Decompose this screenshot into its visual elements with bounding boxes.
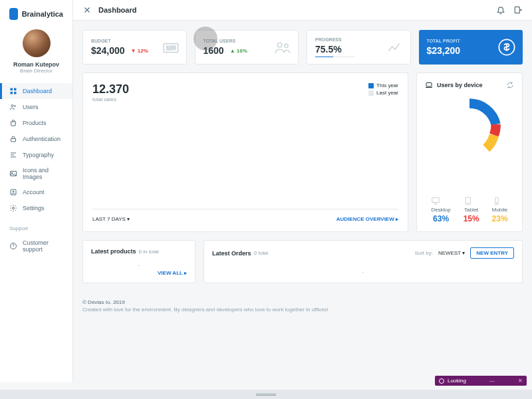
sidebar-item-users[interactable]: Users — [0, 99, 72, 115]
nav-section-support: Support — [0, 216, 72, 235]
svg-point-22 — [467, 203, 468, 203]
sidebar-item-label: Typography — [23, 152, 54, 158]
sidebar: Brainalytica Roman Kutepov Brain Directo… — [0, 0, 73, 382]
stat-pct: ▲ 16% — [228, 47, 249, 55]
dollar-icon — [497, 38, 516, 57]
sidebar-item-customer-support[interactable]: Customer support — [0, 235, 72, 257]
devtools-status[interactable]: Looking — ✕ — [435, 376, 527, 382]
svg-text:100: 100 — [166, 45, 176, 51]
progress-bar — [315, 57, 355, 57]
svg-point-24 — [496, 203, 497, 203]
close-icon[interactable] — [82, 5, 92, 15]
donut-chart — [433, 94, 506, 154]
tablet-icon — [464, 196, 479, 205]
users-icon — [9, 103, 17, 111]
bell-icon[interactable] — [496, 5, 505, 15]
legend-swatch — [368, 90, 374, 96]
svg-rect-19 — [426, 83, 432, 87]
avatar[interactable] — [23, 29, 51, 57]
dashboard-icon — [9, 87, 17, 95]
view-all-link[interactable]: VIEW ALL ▸ — [158, 270, 187, 276]
device-stat-desktop: Desktop 63% — [431, 196, 450, 223]
sidebar-item-label: Icons and Images — [23, 167, 63, 180]
sort-label: Sort by: — [414, 250, 433, 256]
chart-icon — [386, 39, 404, 56]
laptop-icon — [425, 81, 433, 89]
orders-header: Latest Orders0 total Sort by: NEWEST ▾ N… — [212, 247, 514, 259]
sidebar-item-label: Customer support — [23, 239, 63, 253]
empty-indicator: - — [212, 268, 514, 275]
orders-count: 0 total — [254, 250, 269, 256]
row-charts: 12.370 total sales This year Last year L… — [82, 72, 523, 232]
latest-orders-card: Latest Orders0 total Sort by: NEWEST ▾ N… — [203, 240, 523, 283]
help-icon — [9, 242, 17, 250]
sidebar-item-typography[interactable]: Typography — [0, 147, 72, 163]
svg-point-4 — [11, 105, 13, 107]
close-icon[interactable]: ✕ — [518, 378, 523, 382]
row-lists: Latest products0 in total - VIEW ALL ▸ L… — [82, 240, 523, 283]
sidebar-item-label: Account — [23, 189, 45, 196]
desktop-icon — [431, 196, 450, 205]
sidebar-item-label: Products — [23, 120, 47, 126]
footer-tagline: Created with love for the environment. B… — [82, 307, 523, 313]
brand-icon — [9, 8, 18, 20]
chart-range-selector[interactable]: LAST 7 DAYS ▾ — [92, 216, 130, 222]
topbar-right — [496, 5, 523, 15]
sidebar-item-label: Users — [23, 104, 39, 110]
sidebar-item-authentication[interactable]: Authentication — [0, 131, 72, 147]
devices-card: Users by device Desktop — [416, 72, 523, 232]
status-label: Looking — [448, 378, 466, 382]
status-dot-icon — [439, 378, 444, 383]
stat-cards: BUDGET $24,000▼ 12% 100 TOTAL USERS 1600… — [82, 30, 523, 65]
orders-title: Latest Orders — [212, 250, 251, 257]
sidebar-item-label: Settings — [23, 205, 45, 211]
account-icon — [9, 188, 17, 196]
svg-rect-13 — [515, 7, 519, 13]
device-stat-tablet: Tablet 15% — [464, 196, 479, 223]
sales-sub: total sales — [92, 96, 398, 102]
svg-rect-2 — [11, 92, 13, 94]
brand[interactable]: Brainalytica — [0, 8, 72, 29]
device-stats: Desktop 63% Tablet 15% Mobile 23% — [425, 196, 514, 223]
sidebar-item-label: Authentication — [23, 136, 61, 142]
people-icon — [274, 39, 291, 56]
stat-card-users: TOTAL USERS 1600▲ 16% — [195, 30, 299, 65]
sidebar-item-account[interactable]: Account — [0, 184, 72, 200]
sidebar-item-label: Dashboard — [23, 88, 52, 94]
sidebar-item-dashboard[interactable]: Dashboard — [0, 83, 72, 99]
sidebar-item-products[interactable]: Products — [0, 115, 72, 131]
svg-point-10 — [13, 191, 14, 192]
new-entry-button[interactable]: NEW ENTRY — [470, 247, 514, 259]
orders-controls: Sort by: NEWEST ▾ NEW ENTRY — [414, 247, 514, 259]
refresh-icon[interactable] — [506, 81, 514, 89]
sales-chart-card: 12.370 total sales This year Last year L… — [82, 72, 408, 232]
sidebar-item-settings[interactable]: Settings — [0, 200, 72, 216]
stat-pct: ▼ 12% — [129, 47, 150, 55]
logout-icon[interactable] — [513, 5, 523, 15]
sort-dropdown[interactable]: NEWEST ▾ — [438, 250, 465, 256]
footer-copyright: © Devias Io. 2019 — [82, 299, 523, 305]
minimize-icon[interactable]: — — [489, 378, 495, 382]
svg-rect-20 — [432, 198, 440, 202]
topbar-left: Dashboard — [82, 5, 136, 15]
topbar: Dashboard — [73, 0, 532, 21]
user-name: Roman Kutepov — [0, 61, 72, 68]
progress-fill — [315, 57, 333, 57]
stat-card-budget: BUDGET $24,000▼ 12% 100 — [82, 30, 187, 65]
audience-overview-link[interactable]: AUDIENCE OVERVIEW ▸ — [336, 216, 398, 222]
bag-icon — [9, 119, 17, 127]
footer: © Devias Io. 2019 Created with love for … — [82, 293, 523, 319]
latest-products-card: Latest products0 in total - VIEW ALL ▸ — [82, 240, 196, 283]
mobile-icon — [492, 196, 508, 205]
user-role: Brain Director — [0, 68, 72, 74]
products-count: 0 in total — [139, 249, 159, 255]
sales-value: 12.370 — [92, 82, 398, 96]
svg-point-17 — [285, 44, 288, 47]
empty-indicator: - — [91, 261, 187, 269]
text-icon — [9, 151, 17, 159]
nav-list-support: Customer support — [0, 235, 72, 257]
nav-list: Dashboard Users Products Authentication … — [0, 83, 72, 216]
svg-rect-6 — [11, 139, 16, 142]
sidebar-item-icons[interactable]: Icons and Images — [0, 163, 72, 184]
brand-text: Brainalytica — [22, 10, 63, 18]
